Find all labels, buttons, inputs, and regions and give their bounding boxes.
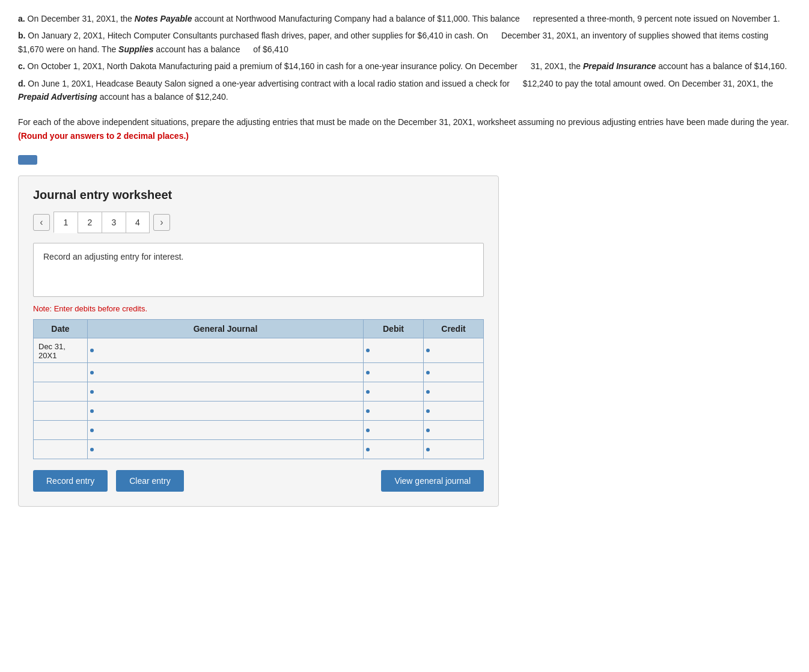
clear-entry-button[interactable]: Clear entry	[116, 470, 183, 492]
journal-input-3[interactable]	[95, 382, 363, 401]
debit-marker-4	[366, 409, 370, 413]
debit-cell-4[interactable]	[364, 402, 424, 421]
debit-cell-6[interactable]	[364, 440, 424, 459]
debit-marker-1	[366, 349, 370, 352]
debit-input-2[interactable]	[371, 363, 423, 382]
problem-a-notes-payable: Notes Payable	[135, 14, 192, 23]
date-cell-5	[34, 421, 88, 440]
credit-cell-3[interactable]	[424, 382, 484, 402]
credit-marker-5	[426, 429, 430, 432]
journal-cell-5[interactable]	[88, 421, 364, 440]
header-debit: Debit	[364, 320, 424, 338]
credit-cell-4[interactable]	[424, 402, 484, 421]
journal-cell-2[interactable]	[88, 363, 364, 382]
tab-2[interactable]: 2	[78, 212, 102, 233]
row-marker-3	[90, 390, 94, 394]
header-general-journal: General Journal	[88, 320, 364, 338]
credit-input-1[interactable]	[431, 338, 483, 362]
credit-input-4[interactable]	[431, 402, 483, 420]
debit-input-1[interactable]	[371, 338, 423, 362]
note-text: Note: Enter debits before credits.	[33, 304, 484, 313]
debit-input-4[interactable]	[371, 402, 423, 420]
instruction-main: For each of the above independent situat…	[18, 117, 789, 127]
date-cell-1: Dec 31,20X1	[34, 338, 88, 363]
header-credit: Credit	[424, 320, 484, 338]
worksheet-container: Journal entry worksheet ‹ 1 2 3 4 › Reco…	[18, 176, 499, 507]
table-row	[34, 363, 484, 382]
tab-prev-button[interactable]: ‹	[33, 214, 50, 231]
journal-input-1[interactable]	[95, 338, 363, 362]
tab-3[interactable]: 3	[102, 212, 126, 233]
problem-c-label: c.	[18, 61, 25, 71]
credit-marker-1	[426, 349, 430, 352]
row-marker-1	[90, 349, 94, 352]
credit-input-6[interactable]	[431, 440, 483, 459]
view-general-journal-button[interactable]: View general journal	[381, 470, 484, 492]
credit-input-2[interactable]	[431, 363, 483, 382]
journal-cell-4[interactable]	[88, 402, 364, 421]
problem-d-label: d.	[18, 79, 25, 88]
worksheet-title: Journal entry worksheet	[33, 188, 484, 202]
header-date: Date	[34, 320, 88, 338]
debit-input-5[interactable]	[371, 421, 423, 439]
row-marker-6	[90, 448, 94, 451]
credit-marker-3	[426, 390, 430, 394]
debit-cell-2[interactable]	[364, 363, 424, 382]
debit-cell-3[interactable]	[364, 382, 424, 402]
debit-cell-1[interactable]	[364, 338, 424, 363]
row-marker-5	[90, 429, 94, 432]
journal-input-5[interactable]	[95, 421, 363, 439]
debit-input-6[interactable]	[371, 440, 423, 459]
table-row	[34, 421, 484, 440]
view-transaction-button[interactable]	[18, 155, 37, 165]
date-cell-6	[34, 440, 88, 459]
table-row	[34, 402, 484, 421]
date-cell-4	[34, 402, 88, 421]
problem-a-label: a.	[18, 14, 25, 23]
problem-b-label: b.	[18, 31, 25, 40]
problem-text: a. On December 31, 20X1, the Notes Payab…	[18, 12, 791, 103]
problem-c-prepaid-insurance: Prepaid Insurance	[583, 61, 656, 71]
journal-cell-6[interactable]	[88, 440, 364, 459]
credit-marker-2	[426, 371, 430, 374]
date-cell-3	[34, 382, 88, 402]
credit-marker-6	[426, 448, 430, 451]
journal-cell-3[interactable]	[88, 382, 364, 402]
credit-input-5[interactable]	[431, 421, 483, 439]
record-entry-button[interactable]: Record entry	[33, 470, 108, 492]
instruction-text: For each of the above independent situat…	[18, 115, 791, 142]
table-row	[34, 440, 484, 459]
journal-table: Date General Journal Debit Credit Dec 31…	[33, 319, 484, 459]
credit-cell-6[interactable]	[424, 440, 484, 459]
problem-d-prepaid-advertising: Prepaid Advertising	[18, 92, 97, 102]
button-row: Record entry Clear entry View general jo…	[33, 470, 484, 492]
debit-marker-6	[366, 448, 370, 451]
table-row	[34, 382, 484, 402]
row-marker-4	[90, 409, 94, 413]
journal-input-4[interactable]	[95, 402, 363, 420]
tab-next-button[interactable]: ›	[153, 214, 170, 231]
entry-description: Record an adjusting entry for interest.	[33, 243, 484, 297]
journal-cell-1[interactable]	[88, 338, 364, 363]
tab-4[interactable]: 4	[126, 212, 150, 233]
problem-b-supplies: Supplies	[118, 44, 153, 54]
credit-input-3[interactable]	[431, 382, 483, 401]
tab-1[interactable]: 1	[53, 212, 78, 233]
debit-marker-3	[366, 390, 370, 394]
debit-cell-5[interactable]	[364, 421, 424, 440]
credit-cell-5[interactable]	[424, 421, 484, 440]
row-marker-2	[90, 371, 94, 374]
debit-marker-5	[366, 429, 370, 432]
tab-navigation: ‹ 1 2 3 4 ›	[33, 212, 484, 233]
journal-input-2[interactable]	[95, 363, 363, 382]
instruction-round: (Round your answers to 2 decimal places.…	[18, 131, 189, 141]
credit-cell-1[interactable]	[424, 338, 484, 363]
credit-marker-4	[426, 409, 430, 413]
credit-cell-2[interactable]	[424, 363, 484, 382]
journal-input-6[interactable]	[95, 440, 363, 459]
debit-input-3[interactable]	[371, 382, 423, 401]
debit-marker-2	[366, 371, 370, 374]
table-row: Dec 31,20X1	[34, 338, 484, 363]
tab-items: 1 2 3 4	[53, 212, 150, 233]
date-cell-2	[34, 363, 88, 382]
